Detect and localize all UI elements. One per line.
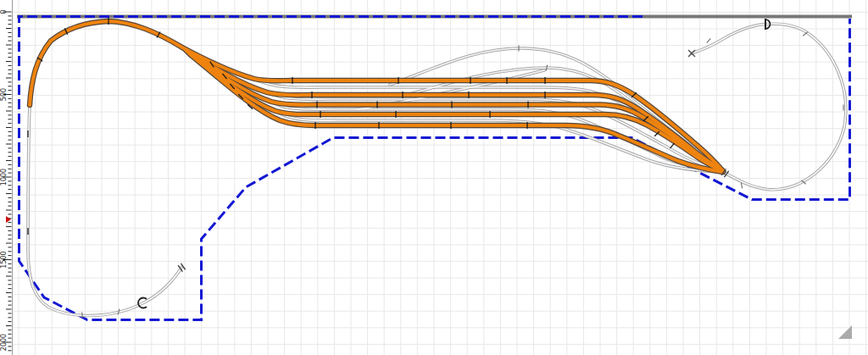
ruler-label: 1000 — [0, 169, 8, 186]
ruler-label: 500 — [0, 88, 8, 101]
rail-joint — [707, 38, 710, 42]
plan-canvas[interactable]: 0500100015002000 — [0, 0, 868, 355]
rail-joint — [82, 313, 83, 319]
track-gray-0[interactable] — [28, 104, 181, 316]
layout-svg[interactable]: 0500100015002000 — [0, 0, 868, 355]
ruler-label: 0 — [0, 9, 8, 14]
track-gray-core-0 — [28, 104, 181, 316]
rail-joint — [546, 65, 547, 71]
ruler-label: 1500 — [0, 251, 8, 268]
ruler-label: 2000 — [0, 334, 8, 351]
grid-lines — [13, 0, 868, 355]
rail-joint — [741, 183, 742, 189]
rail-joint — [670, 143, 674, 148]
